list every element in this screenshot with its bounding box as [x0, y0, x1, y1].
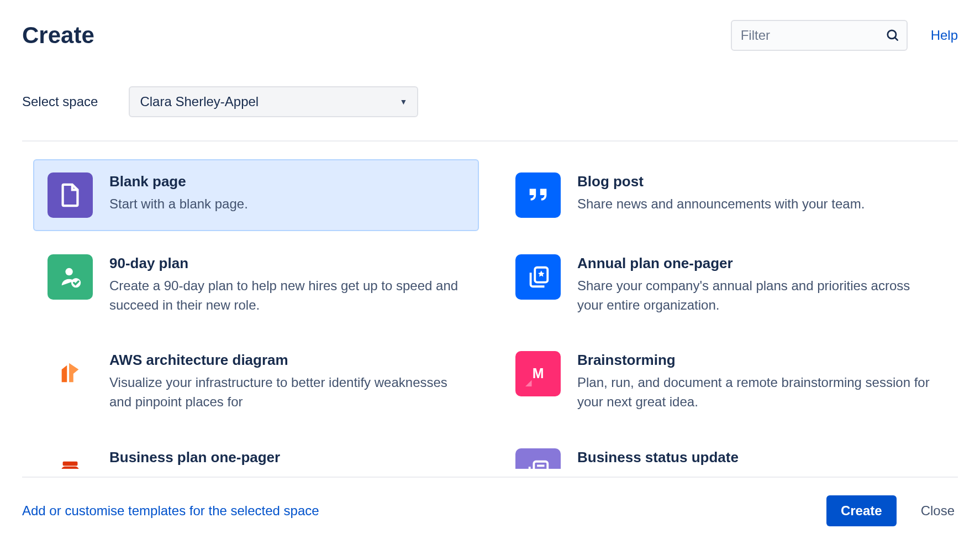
template-description: Visualize your infrastructure to better …	[109, 373, 465, 412]
filter-wrap	[731, 20, 908, 51]
dialog-title: Create	[22, 24, 94, 47]
business-plan-icon	[48, 448, 93, 469]
template-description: Start with a blank page.	[109, 195, 465, 214]
template-description: Share your company's annual plans and pr…	[577, 276, 932, 315]
template-title: 90-day plan	[109, 254, 465, 273]
quote-icon	[515, 172, 561, 218]
create-button[interactable]: Create	[826, 495, 897, 526]
template-card[interactable]: Business status updateProvide regular up…	[501, 435, 947, 469]
template-title: Blog post	[577, 172, 932, 191]
customise-templates-link[interactable]: Add or customise templates for the selec…	[22, 503, 319, 519]
template-grid: Blank pageStart with a blank page.Blog p…	[22, 159, 958, 469]
status-update-icon	[515, 448, 561, 469]
help-link[interactable]: Help	[931, 28, 958, 43]
caret-down-icon: ▼	[400, 97, 408, 106]
template-title: Annual plan one-pager	[577, 254, 932, 273]
template-text: Blank pageStart with a blank page.	[109, 172, 465, 218]
template-title: Business status update	[577, 448, 932, 467]
template-description: Share news and announcements with your t…	[577, 195, 932, 214]
divider	[22, 140, 958, 142]
template-card[interactable]: 90-day planCreate a 90-day plan to help …	[33, 241, 479, 328]
filter-input[interactable]	[731, 20, 908, 51]
template-text: BrainstormingPlan, run, and document a r…	[577, 351, 932, 411]
template-text: Business status updateProvide regular up…	[577, 448, 932, 469]
template-text: Annual plan one-pagerShare your company'…	[577, 254, 932, 315]
space-selector-row: Select space Clara Sherley-Appel ▼	[22, 86, 958, 117]
template-card[interactable]: Blog postShare news and announcements wi…	[501, 159, 947, 231]
lucidchart-icon	[48, 351, 93, 396]
star-card-icon	[515, 254, 561, 300]
space-select-value: Clara Sherley-Appel	[140, 94, 259, 109]
template-description: Plan, run, and document a remote brainst…	[577, 373, 932, 412]
template-card[interactable]: Blank pageStart with a blank page.	[33, 159, 479, 231]
search-icon	[886, 28, 900, 43]
person-check-icon	[48, 254, 93, 300]
dialog-footer: Add or customise templates for the selec…	[22, 478, 958, 544]
svg-point-2	[65, 268, 72, 275]
template-text: 90-day planCreate a 90-day plan to help …	[109, 254, 465, 315]
template-text: Business plan one-pagerSet your company'…	[109, 448, 465, 469]
svg-text:M: M	[533, 365, 544, 381]
template-card[interactable]: AWS architecture diagramVisualize your i…	[33, 338, 479, 425]
template-card[interactable]: MBrainstormingPlan, run, and document a …	[501, 338, 947, 425]
select-space-label: Select space	[22, 94, 98, 109]
template-title: Blank page	[109, 172, 465, 191]
template-text: AWS architecture diagramVisualize your i…	[109, 351, 465, 411]
close-button[interactable]: Close	[918, 503, 958, 519]
svg-rect-7	[63, 462, 78, 466]
svg-rect-8	[63, 468, 78, 469]
template-title: Business plan one-pager	[109, 448, 465, 467]
template-description: Create a 90-day plan to help new hires g…	[109, 276, 465, 315]
template-card[interactable]: Annual plan one-pagerShare your company'…	[501, 241, 947, 328]
footer-right: Create Close	[826, 495, 958, 526]
dialog-header: Create Help	[22, 20, 958, 51]
page-icon	[48, 172, 93, 218]
space-select[interactable]: Clara Sherley-Appel ▼	[129, 86, 418, 117]
svg-line-1	[894, 38, 897, 40]
header-right: Help	[731, 20, 958, 51]
mural-icon: M	[515, 351, 561, 396]
template-title: Brainstorming	[577, 351, 932, 370]
template-title: AWS architecture diagram	[109, 351, 465, 370]
create-dialog: Create Help Select space Clara Sherley-A…	[22, 20, 958, 544]
template-text: Blog postShare news and announcements wi…	[577, 172, 932, 218]
template-card[interactable]: Business plan one-pagerSet your company'…	[33, 435, 479, 469]
